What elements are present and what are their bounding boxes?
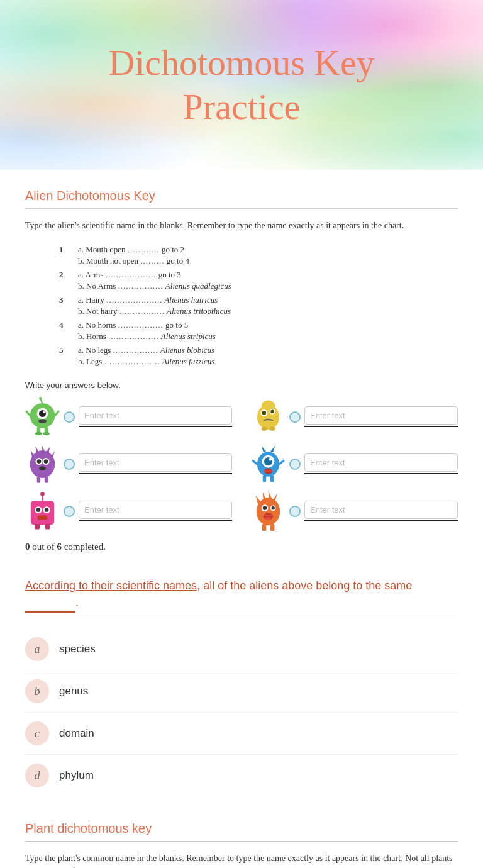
alien-dot-1 [64,411,75,423]
alien-input-6[interactable] [304,501,458,519]
progress-text: 0 out of 6 completed. [25,542,458,552]
svg-rect-69 [270,524,275,531]
svg-marker-59 [269,491,272,498]
svg-line-42 [253,460,257,464]
svg-point-37 [269,458,272,460]
svg-marker-57 [256,496,262,504]
key-entry-1b: b. Mouth not open ......... go to 4 [78,256,424,266]
progress-correct: 0 [25,542,30,552]
key-num-5: 5 [59,345,78,355]
key-entry-5a: a. No legs ................. Alienus blo… [78,345,424,355]
key-entry-4b: b. Horns ................... Alienus str… [78,331,424,342]
divider3 [25,841,458,842]
svg-line-12 [55,411,58,416]
mc-badge-a: a [25,637,49,661]
alien-item-1 [25,396,232,437]
mc-badge-d: d [25,764,49,787]
alien-image-6 [251,491,286,531]
section1-title: Alien Dichotomous Key [25,189,458,203]
mc-label-d: phylum [59,769,94,782]
mc-option-a[interactable]: a species [25,628,458,670]
key-num-1: 1 [59,245,78,255]
svg-point-67 [265,517,271,520]
alien-input-wrap-6 [304,501,458,521]
svg-line-11 [26,411,30,416]
alien-dot-6 [289,506,301,517]
mc-label-c: domain [59,727,94,740]
svg-point-3 [43,411,45,413]
svg-marker-60 [273,493,277,500]
svg-rect-46 [31,501,54,524]
alien-item-5 [25,491,232,531]
question2-text: According to their scientific names, all… [25,577,458,613]
svg-point-48 [36,508,41,512]
alien-answers-grid [25,396,458,531]
alien-dot-2 [289,411,301,423]
mc-option-b[interactable]: b genus [25,670,458,713]
svg-point-10 [43,431,50,435]
key-entry-5b: b. Legs ..................... Alienus fu… [78,357,424,367]
svg-rect-51 [38,515,47,520]
alien-svg-1 [25,396,60,438]
svg-marker-23 [36,446,40,453]
svg-point-2 [39,410,46,417]
alien-item-6 [251,491,458,531]
alien-dot-5 [64,506,75,517]
svg-point-4 [38,419,47,423]
alien-svg-4 [251,443,286,485]
svg-point-9 [35,431,42,435]
key-row-1: 1 a. Mouth open ............ go to 2 b. … [59,245,424,267]
alien-image-5 [25,491,60,531]
svg-point-53 [40,492,45,496]
key-entries-1: a. Mouth open ............ go to 2 b. Mo… [78,245,424,267]
key-entry-3a: a. Hairy ..................... Alienus h… [78,295,424,305]
key-num-3: 3 [59,295,78,305]
svg-point-50 [45,508,49,512]
alien-input-3[interactable] [79,453,232,472]
key-row-2: 2 a. Arms ................... go to 3 b.… [59,270,424,292]
progress-label: completed. [64,542,106,552]
alien-input-2[interactable] [304,406,458,425]
mc-option-c[interactable]: c domain [25,713,458,755]
key-row-4: 4 a. No horns ................. go to 5 … [59,320,424,343]
svg-point-30 [44,459,48,464]
section3-title: Plant dichotomous key [25,821,458,836]
svg-marker-58 [263,492,267,499]
write-answers-label: Write your answers below. [25,381,458,390]
alien-item-4 [251,443,458,484]
svg-rect-45 [270,475,274,482]
section-question2: According to their scientific names, all… [25,577,458,796]
alien-image-3 [25,443,60,484]
alien-dot-4 [289,459,301,470]
divider2 [25,618,458,618]
svg-point-64 [271,506,275,510]
key-entry-4a: a. No horns ................. go to 5 [78,320,424,330]
svg-line-43 [279,460,284,464]
svg-marker-41 [270,445,275,452]
svg-point-19 [262,426,267,431]
svg-marker-40 [262,445,267,452]
alien-svg-3 [25,443,60,485]
key-entries-4: a. No horns ................. go to 5 b.… [78,320,424,343]
key-entries-3: a. Hairy ..................... Alienus h… [78,295,424,318]
key-chart: 1 a. Mouth open ............ go to 2 b. … [59,245,424,368]
key-entry-3b: b. Not hairy ................. Alienus t… [78,306,424,316]
key-entry-2b: b. No Arms ................. Alienus qua… [78,281,424,291]
content-area: Alien Dichotomous Key Type the alien's s… [0,170,483,868]
alien-input-4[interactable] [304,453,458,472]
mc-option-d[interactable]: d phylum [25,755,458,796]
alien-image-4 [251,443,286,484]
alien-input-wrap-4 [304,453,458,474]
svg-point-28 [37,459,42,464]
mc-label-a: species [59,643,96,655]
svg-point-20 [270,426,275,431]
key-num-4: 4 [59,320,78,330]
alien-input-1[interactable] [79,406,232,425]
key-entries-2: a. Arms ................... go to 3 b. N… [78,270,424,292]
alien-image-1 [25,396,60,437]
section-plant-key: Plant dichotomous key Type the plant's c… [25,821,458,868]
svg-rect-32 [37,476,40,482]
alien-item-2 [251,396,458,437]
alien-input-5[interactable] [79,501,232,519]
key-entries-5: a. No legs ................. Alienus blo… [78,345,424,368]
